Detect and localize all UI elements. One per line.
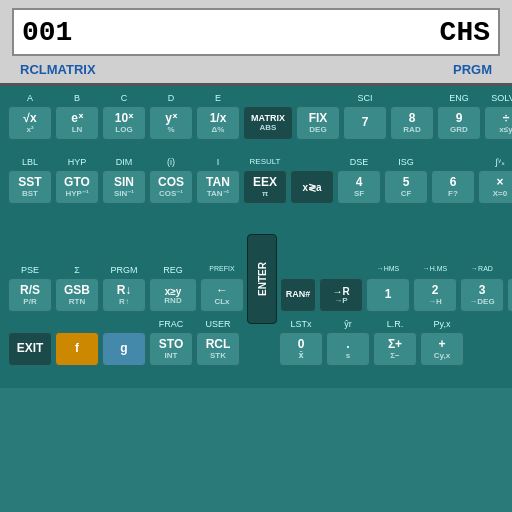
1x-main: 1/x (210, 112, 227, 125)
8-sub: RAD (403, 126, 420, 134)
fix-button[interactable]: FIX DEG (296, 106, 340, 140)
8-button[interactable]: 8 RAD (390, 106, 434, 140)
10x-top-label: C (102, 93, 146, 103)
yx-button[interactable]: yˣ % (149, 106, 193, 140)
dot-button[interactable]: . s (326, 332, 370, 366)
sqrt-sub: x² (26, 126, 33, 134)
gto-button[interactable]: GTO HYP⁻¹ (55, 170, 99, 204)
btn-gsb-wrapper: Σ GSB RTN (55, 278, 99, 312)
5-button[interactable]: 5 CF (384, 170, 428, 204)
xgey-sub: RND (164, 297, 181, 305)
2-top-label: →H.MS (413, 265, 457, 272)
btn-ex-wrapper: B eˣ LN (55, 106, 99, 140)
rdn-sub: R↑ (119, 298, 129, 306)
divide-button[interactable]: ÷ x≤y (484, 106, 512, 140)
btn-7-wrapper: SCI 7 (343, 106, 387, 140)
7-button[interactable]: 7 (343, 106, 387, 140)
10x-main: 10ˣ (115, 112, 133, 125)
tan-button[interactable]: TAN TAN⁻¹ (196, 170, 240, 204)
6-sub: F? (448, 190, 458, 198)
5-sub: CF (401, 190, 412, 198)
yx-sub: % (167, 126, 174, 134)
2-button[interactable]: 2 →H (413, 278, 457, 312)
sqrt-button[interactable]: √x x² (8, 106, 52, 140)
sigma-top-label: L.R. (373, 319, 417, 329)
1-button[interactable]: 1 (366, 278, 410, 312)
xgey-main: x≥y (165, 286, 182, 297)
sto-button[interactable]: STO INT (149, 332, 193, 366)
9-button[interactable]: 9 GRD (437, 106, 481, 140)
3-main: 3 (479, 284, 486, 297)
cos-button[interactable]: COS COS⁻¹ (149, 170, 193, 204)
6-button[interactable]: 6 F? (431, 170, 475, 204)
eex-sub: π (262, 190, 268, 198)
plus-top-label: Py,x (420, 319, 464, 329)
matrix-button[interactable]: MATRIX ABS (243, 106, 293, 140)
sin-button[interactable]: SIN SIN⁻¹ (102, 170, 146, 204)
fix-main: FIX (309, 112, 328, 125)
btn-sin-wrapper: DIM SIN SIN⁻¹ (102, 170, 146, 204)
btn-dot-wrapper: ŷr . s (326, 332, 370, 366)
divide-sub: x≤y (499, 126, 512, 134)
plus-button[interactable]: + Cy,x (420, 332, 464, 366)
g-button[interactable]: g (102, 332, 146, 366)
sto-main: STO (159, 338, 183, 351)
tor-main: →R (332, 286, 349, 297)
btn-6-wrapper: 6 F? (431, 170, 475, 204)
f-button[interactable]: f (55, 332, 99, 366)
sst-main: SST (18, 176, 41, 189)
cos-main: COS (158, 176, 184, 189)
back-button[interactable]: ← CLx (200, 278, 244, 312)
menu-rcl[interactable]: RCL (20, 62, 47, 77)
divide-top-label: SOLVE (484, 93, 512, 103)
ran-main: RAN# (286, 290, 311, 300)
multiply-button[interactable]: × X=0 (478, 170, 512, 204)
button-row-1: A √x x² B eˣ LN C 10ˣ LOG D yˣ % (8, 92, 504, 152)
tor-button[interactable]: →R →P (319, 278, 363, 312)
cos-sub: COS⁻¹ (159, 190, 183, 198)
0-sub: x̄ (298, 352, 303, 360)
minus-button[interactable]: − TEST (507, 278, 512, 312)
10x-sub: LOG (115, 126, 132, 134)
8-main: 8 (409, 112, 416, 125)
sst-top-label: LBL (8, 157, 52, 167)
10x-button[interactable]: 10ˣ LOG (102, 106, 146, 140)
tor-sub: →P (334, 297, 347, 305)
1x-button[interactable]: 1/x Δ% (196, 106, 240, 140)
9-sub: GRD (450, 126, 468, 134)
xgey-button[interactable]: x≥y RND (149, 278, 197, 312)
btn-2-wrapper: →H.MS 2 →H (413, 278, 457, 312)
4-button[interactable]: 4 SF (337, 170, 381, 204)
ex-button[interactable]: eˣ LN (55, 106, 99, 140)
rcl-button[interactable]: RCL STK (196, 332, 240, 366)
exit-button[interactable]: EXIT (8, 332, 52, 366)
ran-button[interactable]: RAN# (280, 278, 316, 312)
rdn-button[interactable]: R↓ R↑ (102, 278, 146, 312)
xa-button[interactable]: x≷a (290, 170, 334, 204)
ex-main: eˣ (71, 112, 83, 125)
btn-sst-wrapper: LBL SST BST (8, 170, 52, 204)
sst-button[interactable]: SST BST (8, 170, 52, 204)
3-sub: →DEG (469, 298, 494, 306)
sin-top-label: DIM (102, 157, 146, 167)
3-button[interactable]: 3 →DEG (460, 278, 504, 312)
btn-fix-wrapper: FIX DEG (296, 106, 340, 140)
btn-sqrt-wrapper: A √x x² (8, 106, 52, 140)
gsb-button[interactable]: GSB RTN (55, 278, 99, 312)
gsb-sub: RTN (69, 298, 85, 306)
menu-matrix[interactable]: MATRIX (47, 62, 96, 77)
plus-sub: Cy,x (434, 352, 450, 360)
gsb-top-label: Σ (55, 265, 99, 275)
enter-button[interactable]: ENTER (247, 234, 277, 324)
0-button[interactable]: 0 x̄ (279, 332, 323, 366)
4-top-label: DSE (337, 157, 381, 167)
xgey-top-label: REG (149, 265, 197, 275)
sigma-button[interactable]: Σ+ Σ− (373, 332, 417, 366)
eex-button[interactable]: EEX π (243, 170, 287, 204)
exit-main: EXIT (17, 342, 44, 355)
sin-sub: SIN⁻¹ (114, 190, 134, 198)
sqrt-main: √x (23, 112, 36, 125)
rs-button[interactable]: R/S P/R (8, 278, 52, 312)
btn-1x-wrapper: E 1/x Δ% (196, 106, 240, 140)
menu-prgm[interactable]: PRGM (453, 62, 492, 77)
